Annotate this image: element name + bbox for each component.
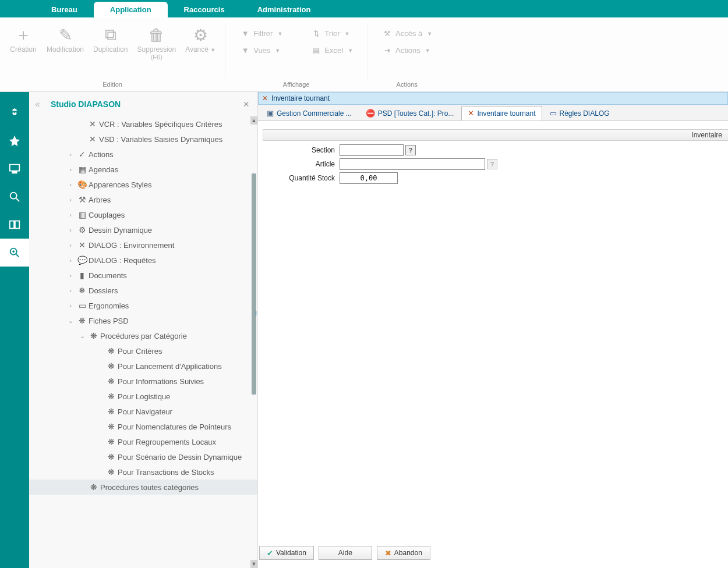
search-icon	[8, 190, 21, 203]
collapse-button[interactable]: «	[35, 99, 40, 109]
tree-item-pour-logistique[interactable]: ❋Pour Logistique	[29, 389, 257, 404]
tree-item-pour-navigateur[interactable]: ❋Pour Navigateur	[29, 404, 257, 419]
palette-icon: 🎨	[76, 180, 89, 189]
rail-panels-button[interactable]	[0, 211, 29, 239]
chevron-down-icon: ▼	[275, 48, 280, 54]
quantite-input[interactable]	[340, 172, 398, 184]
tree-item-documents[interactable]: ›▮Documents	[29, 268, 257, 283]
tree-item-apparences[interactable]: ›🎨Apparences Styles	[29, 177, 257, 192]
tree-item-dialog-env[interactable]: ›✕DIALOG : Environnement	[29, 237, 257, 253]
filtrer-button[interactable]: ▼Filtrer▼	[236, 28, 287, 39]
rail-locate-button[interactable]	[0, 239, 29, 267]
document-title-bar: ✕ Inventaire tournant	[258, 92, 728, 105]
excel-button[interactable]: ▤Excel▼	[307, 45, 358, 56]
menu-tab-bureau[interactable]: Bureau	[35, 2, 94, 17]
menu-tab-administration[interactable]: Administration	[241, 2, 327, 17]
chevron-right-icon: ›	[65, 302, 76, 309]
chat-icon: 💬	[76, 255, 89, 265]
creation-button[interactable]: ＋ Création	[5, 20, 42, 62]
suppression-button[interactable]: 🗑 Suppression (F6)	[132, 20, 181, 62]
tree-item-fiches-psd[interactable]: ⌄❋Fiches PSD	[29, 313, 257, 328]
aide-button[interactable]: Aide	[319, 546, 372, 560]
tree-item-pour-scenario[interactable]: ❋Pour Scénario de Dessin Dynamique	[29, 449, 257, 464]
star-icon	[8, 134, 21, 147]
rail-star-button[interactable]	[0, 127, 29, 155]
tools-icon: ✕	[86, 134, 99, 144]
form-header-strip: Inventaire	[263, 129, 728, 141]
abandon-button[interactable]: ✖Abandon	[377, 546, 430, 560]
tree-item-arbres[interactable]: ›⚒Arbres	[29, 192, 257, 207]
tree-item-pour-lancement[interactable]: ❋Pour Lancement d'Applications	[29, 358, 257, 374]
tree-item-vsd[interactable]: ✕VSD : Variables Saisies Dynamiques	[29, 132, 257, 147]
chevron-down-icon: ▼	[345, 31, 350, 37]
document-icon: ▮	[76, 271, 89, 280]
doc-tab-regles[interactable]: ▭Règles DIALOG	[543, 106, 616, 120]
avance-button[interactable]: ⚙ Avancé ▼	[181, 20, 220, 62]
validation-button[interactable]: ✔Validation	[259, 546, 314, 560]
gear-icon: ⚙	[76, 225, 89, 235]
trier-button[interactable]: ⇅Trier▼	[307, 28, 358, 39]
tree-scrollbar[interactable]	[252, 173, 257, 560]
doc-tab-psd[interactable]: ⛔PSD [Toutes Cat.]: Pro...	[359, 106, 461, 120]
document-title: Inventaire tournant	[271, 94, 330, 102]
splitter-handle[interactable]: ••••	[254, 301, 258, 325]
close-tree-button[interactable]: ×	[241, 98, 252, 111]
gear-icon: ⚙	[193, 24, 208, 45]
tree-item-agendas[interactable]: ›▦Agendas	[29, 162, 257, 177]
gear-cluster-icon: ❋	[87, 482, 100, 492]
tree-item-ergonomies[interactable]: ›▭Ergonomies	[29, 298, 257, 313]
duplication-button[interactable]: ⧉ Duplication	[89, 20, 132, 62]
rail-monitor-button[interactable]	[0, 155, 29, 183]
form-button-bar: ✔Validation Aide ✖Abandon	[259, 546, 430, 560]
acces-button[interactable]: ⚒Accès à▼	[378, 28, 437, 39]
modification-button[interactable]: ✎ Modification	[42, 20, 89, 62]
tree-item-pour-criteres[interactable]: ❋Pour Critères	[29, 343, 257, 358]
tree-item-pour-transactions[interactable]: ❋Pour Transactions de Stocks	[29, 464, 257, 480]
actions-button[interactable]: ➜Actions▼	[378, 45, 437, 56]
tree-item-actions[interactable]: ›✓Actions	[29, 147, 257, 162]
tree-item-dialog-req[interactable]: ›💬DIALOG : Requêtes	[29, 253, 257, 268]
chevron-down-icon: ⌄	[77, 332, 87, 340]
tree-item-pour-infos[interactable]: ❋Pour Informations Suivies	[29, 374, 257, 389]
close-icon: ✖	[385, 549, 391, 558]
tree-item-pour-nomenclatures[interactable]: ❋Pour Nomenclatures de Pointeurs	[29, 419, 257, 434]
svg-point-4	[12, 250, 15, 253]
filter-icon: ▼	[241, 46, 250, 55]
tree-item-proc-toutes[interactable]: ❋Procédures toutes catégories	[29, 480, 257, 495]
check-icon: ✓	[76, 150, 89, 159]
chevron-right-icon: ›	[65, 196, 76, 203]
no-entry-icon: ⛔	[366, 109, 375, 118]
section-help-button[interactable]: ?	[405, 145, 416, 155]
doc-tab-gestion[interactable]: ▣Gestion Commerciale ...	[260, 106, 358, 120]
sitemap-icon: ⚒	[383, 29, 392, 38]
excel-icon: ▤	[312, 46, 321, 55]
section-input[interactable]	[340, 144, 404, 156]
tree-item-dossiers[interactable]: ›❅Dossiers	[29, 283, 257, 298]
chevron-right-icon: ›	[65, 226, 76, 233]
article-help-button[interactable]: ?	[487, 159, 497, 169]
tools-icon: ✕	[76, 240, 89, 250]
tree-item-couplages[interactable]: ›▥Couplages	[29, 207, 257, 222]
svg-rect-1	[10, 221, 14, 229]
pencil-icon: ✎	[59, 24, 72, 45]
arrow-right-circle-icon: ➜	[383, 46, 392, 55]
gear-cluster-icon: ❋	[105, 407, 118, 416]
scrollbar-thumb[interactable]	[252, 173, 256, 395]
menu-tab-application[interactable]: Application	[94, 2, 168, 17]
gear-cluster-icon: ❋	[105, 392, 118, 401]
scroll-down-button[interactable]: ▼	[250, 560, 257, 568]
filter-icon: ▼	[241, 29, 250, 38]
monitor-icon	[8, 162, 21, 175]
tree-item-pour-regroupements[interactable]: ❋Pour Regroupements Locaux	[29, 434, 257, 449]
vues-button[interactable]: ▼Vues▼	[236, 45, 287, 56]
menu-tab-raccourcis[interactable]: Raccourcis	[168, 2, 241, 17]
article-input[interactable]	[340, 158, 485, 170]
tree-item-dessin[interactable]: ›⚙Dessin Dynamique	[29, 222, 257, 237]
tree-item-vcr[interactable]: ✕VCR : Variables Spécifiques Critères	[29, 116, 257, 132]
doc-tab-inventaire[interactable]: ✕Inventaire tournant	[461, 106, 542, 120]
gear-cluster-icon: ❋	[105, 422, 118, 431]
tree-item-proc-cat[interactable]: ⌄❋Procédures par Catégorie	[29, 328, 257, 343]
sort-icon: ⇅	[312, 29, 321, 38]
rail-search-button[interactable]	[0, 183, 29, 211]
rail-wheel-button[interactable]	[0, 99, 29, 127]
